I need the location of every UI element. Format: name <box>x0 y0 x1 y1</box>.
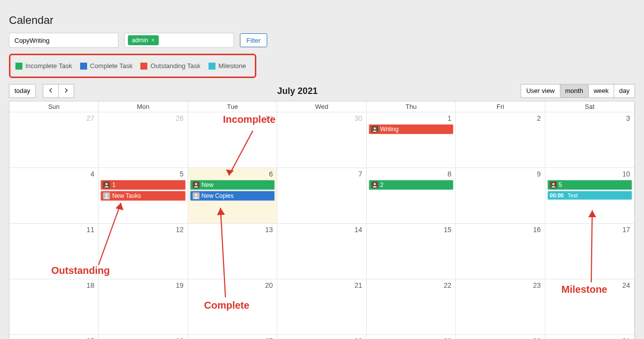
calendar-cell[interactable]: 29 <box>188 112 277 168</box>
next-button[interactable] <box>59 84 74 98</box>
event-outstanding[interactable]: Writing <box>369 124 453 134</box>
calendar-cell[interactable]: 28 <box>99 112 188 168</box>
legend-incomplete-label: Incomplete Task <box>25 62 72 70</box>
day-header: Sat <box>545 101 635 112</box>
today-button[interactable]: today <box>9 84 36 98</box>
filters-row: admin × Filter <box>9 33 635 48</box>
date-number: 8 <box>369 169 453 180</box>
event-label: 1 <box>112 181 115 188</box>
date-number: 29 <box>369 336 453 339</box>
page-title: Calendar <box>9 14 635 27</box>
calendar-cell[interactable]: 24 <box>545 279 635 335</box>
date-number: 1 <box>369 113 453 124</box>
event-label: Test <box>568 192 578 198</box>
calendar-cell[interactable]: 6 New New Copies <box>188 168 277 224</box>
avatar-icon <box>193 181 200 188</box>
calendar-cell[interactable]: 12 <box>99 224 188 279</box>
date-number: 16 <box>458 225 542 236</box>
calendar-cell[interactable]: 26 <box>99 335 188 339</box>
avatar-icon <box>371 181 378 188</box>
avatar-icon <box>193 192 200 199</box>
view-month[interactable]: month <box>560 84 589 98</box>
calendar-cell[interactable]: 7 <box>277 168 366 224</box>
calendar-cell[interactable]: 27 <box>188 335 277 339</box>
date-number: 17 <box>547 225 632 236</box>
date-number: 23 <box>458 280 542 291</box>
calendar-cell[interactable]: 15 <box>367 224 456 279</box>
filter-button[interactable]: Filter <box>240 33 267 47</box>
date-number: 13 <box>190 225 275 236</box>
calendar-cell[interactable]: 20 <box>188 279 277 335</box>
project-input[interactable] <box>9 33 118 48</box>
prev-button[interactable] <box>43 84 59 98</box>
date-number: 19 <box>101 280 185 291</box>
calendar-cell[interactable]: 30 <box>456 335 545 339</box>
date-number: 11 <box>11 225 96 236</box>
date-number: 15 <box>369 225 453 236</box>
calendar-cell[interactable]: 5 1 New Tasks <box>99 168 188 224</box>
calendar-cell[interactable]: 29 <box>367 335 456 339</box>
date-number: 28 <box>279 336 364 339</box>
legend-complete: Complete Task <box>80 62 133 70</box>
calendar-cell[interactable]: 18 <box>9 279 99 335</box>
date-number: 14 <box>279 225 364 236</box>
user-tag[interactable]: admin × <box>128 35 159 45</box>
calendar-cell[interactable]: 13 <box>188 224 277 279</box>
calendar-cell[interactable]: 14 <box>277 224 366 279</box>
calendar-cell[interactable]: 17 <box>545 224 635 279</box>
event-incomplete[interactable]: 2 <box>369 180 453 190</box>
legend-milestone-label: Milestone <box>218 62 246 70</box>
event-time: 00:00 <box>550 192 564 198</box>
calendar-cell[interactable]: 1 Writing <box>367 112 456 168</box>
calendar-grid: SunMonTueWedThuFriSat 27 28 29 30 1 Writ… <box>9 101 635 339</box>
view-user[interactable]: User view <box>521 84 560 98</box>
svg-point-4 <box>195 194 197 196</box>
calendar-cell[interactable]: 28 <box>277 335 366 339</box>
calendar-cell[interactable]: 19 <box>99 279 188 335</box>
event-incomplete[interactable]: New <box>190 180 275 190</box>
calendar-cell[interactable]: 4 <box>9 168 99 224</box>
remove-tag-icon[interactable]: × <box>151 37 155 44</box>
calendar-cell[interactable]: 2 <box>456 112 545 168</box>
legend-outstanding: Outstanding Task <box>140 62 200 70</box>
svg-point-0 <box>374 127 376 129</box>
calendar-cell[interactable]: 27 <box>9 112 99 168</box>
calendar-cell[interactable]: 30 <box>277 112 366 168</box>
day-header: Mon <box>99 101 188 112</box>
calendar-cell[interactable]: 8 2 <box>367 168 456 224</box>
calendar-cell[interactable]: 22 <box>367 279 456 335</box>
date-number: 9 <box>458 169 542 180</box>
event-milestone[interactable]: 00:00 Test <box>547 191 632 200</box>
calendar-cell[interactable]: 3 <box>545 112 635 168</box>
svg-point-3 <box>195 183 197 185</box>
event-outstanding[interactable]: 1 <box>101 180 185 190</box>
legend-incomplete: Incomplete Task <box>15 62 72 70</box>
date-number: 4 <box>11 169 96 180</box>
calendar-cell[interactable]: 11 <box>9 224 99 279</box>
svg-point-2 <box>106 194 107 196</box>
date-number: 27 <box>190 336 275 339</box>
event-label: 5 <box>559 181 562 188</box>
date-number: 2 <box>458 113 542 124</box>
event-label: New <box>202 181 214 188</box>
event-incomplete[interactable]: 5 <box>547 180 632 190</box>
swatch-outstanding <box>140 63 147 70</box>
user-filter-input[interactable]: admin × <box>124 33 234 48</box>
date-number: 3 <box>547 113 632 124</box>
calendar-cell[interactable]: 9 <box>456 168 545 224</box>
view-day[interactable]: day <box>614 84 635 98</box>
day-header: Thu <box>367 101 456 112</box>
calendar-cell[interactable]: 21 <box>277 279 366 335</box>
calendar-cell[interactable]: 23 <box>456 279 545 335</box>
calendar-title: July 2021 <box>277 86 318 96</box>
calendar-cell[interactable]: 10 5 00:00 Test <box>545 168 635 224</box>
avatar-icon <box>103 192 110 199</box>
event-complete[interactable]: New Copies <box>190 191 275 201</box>
event-outstanding[interactable]: New Tasks <box>101 191 185 201</box>
swatch-incomplete <box>15 63 22 70</box>
calendar-cell[interactable]: 16 <box>456 224 545 279</box>
date-number: 26 <box>101 336 185 339</box>
calendar-cell[interactable]: 25 <box>9 335 99 339</box>
calendar-cell[interactable]: 31 <box>545 335 635 339</box>
view-week[interactable]: week <box>589 84 614 98</box>
